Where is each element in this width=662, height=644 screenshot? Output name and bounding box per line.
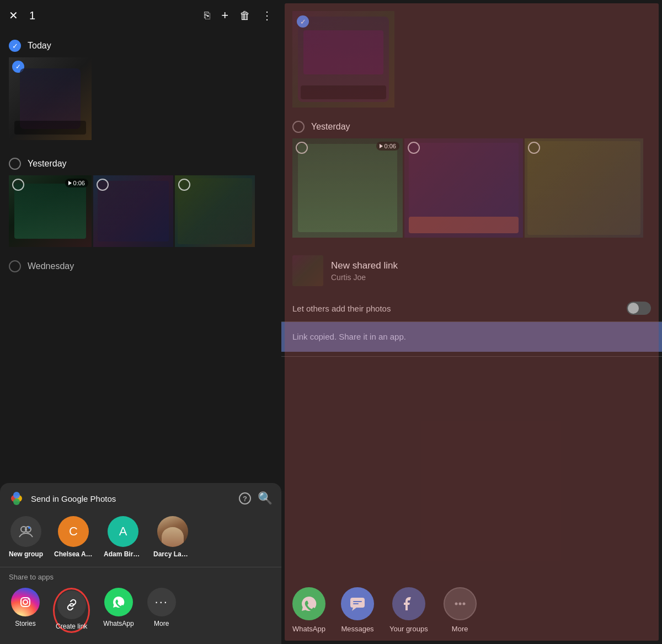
today-checkbox[interactable] <box>9 40 21 52</box>
app-whatsapp-left[interactable]: WhatsApp <box>103 588 134 627</box>
video-duration-text-1: 0:06 <box>73 180 85 186</box>
new-group-label: New group <box>9 550 43 558</box>
yesterday-photo-grid-left: 0:06 <box>9 175 273 247</box>
app-more-left[interactable]: ··· More <box>147 588 176 627</box>
new-group-avatar <box>10 516 41 547</box>
more-label-left: More <box>154 620 169 627</box>
adam-name: Adam Birney <box>104 550 142 558</box>
delete-icon[interactable]: 🗑 <box>239 10 250 21</box>
share-to-apps-label: Share to apps <box>0 567 281 586</box>
wednesday-section: Wednesday <box>0 256 281 278</box>
yesterday-photo-1-left-select[interactable] <box>12 179 24 191</box>
wednesday-checkbox[interactable] <box>9 260 21 272</box>
wednesday-header: Wednesday <box>9 260 273 272</box>
yesterday-header-left: Yesterday <box>9 158 273 170</box>
contacts-row: New group C Chelsea Aleq... A Adam Birne… <box>0 512 281 567</box>
right-panel: ✓ Yesterday 0:06 <box>281 0 662 644</box>
whatsapp-icon-left <box>104 588 133 616</box>
chelsea-name: Chelsea Aleq... <box>54 550 93 558</box>
contact-adam[interactable]: A Adam Birney <box>104 516 142 558</box>
contact-darcy[interactable]: Darcy LaCouv... cu <box>153 516 192 558</box>
left-panel: ✕ 1 ⎘ + 🗑 ⋮ Today Yester <box>0 0 281 644</box>
more-vertical-icon[interactable]: ⋮ <box>261 10 273 21</box>
yesterday-photo-2-left[interactable] <box>93 175 173 247</box>
svg-point-10 <box>28 598 29 599</box>
contact-chelsea[interactable]: C Chelsea Aleq... <box>54 516 93 558</box>
yesterday-checkbox-left[interactable] <box>9 158 21 170</box>
link-thumb <box>292 255 323 286</box>
wednesday-label: Wednesday <box>28 261 74 271</box>
add-photos-toggle[interactable] <box>627 302 651 315</box>
app-create-link[interactable]: Create link <box>53 588 90 633</box>
selection-count: 1 <box>29 9 35 22</box>
yesterday-photo-1-left[interactable]: 0:06 <box>9 175 92 247</box>
whatsapp-label-left: WhatsApp <box>103 620 134 627</box>
top-bar: ✕ 1 ⎘ + 🗑 ⋮ <box>0 0 281 31</box>
svg-point-3 <box>13 498 20 505</box>
google-photos-logo <box>9 491 24 506</box>
today-photo-grid <box>9 57 273 140</box>
today-label: Today <box>28 41 51 51</box>
shared-link-info: New shared link Curtis Joe <box>281 244 662 295</box>
add-icon[interactable]: + <box>221 9 228 22</box>
contact-new-group[interactable]: New group <box>9 516 43 558</box>
chelsea-avatar: C <box>58 516 89 547</box>
close-icon[interactable]: ✕ <box>9 10 18 21</box>
top-bar-left: ✕ 1 <box>9 9 195 22</box>
yesterday-photo-3-left[interactable] <box>175 175 255 247</box>
yesterday-photo-3-left-select[interactable] <box>178 179 190 191</box>
share-sheet-title: Send in Google Photos <box>31 494 232 503</box>
share-search-icon[interactable]: 🔍 <box>258 492 273 505</box>
yesterday-label-left: Yesterday <box>28 159 67 169</box>
share-icon[interactable]: ⎘ <box>204 10 210 20</box>
help-icon[interactable]: ? <box>239 492 251 505</box>
video-duration-badge-1: 0:06 <box>65 179 88 187</box>
today-header: Today <box>9 40 273 52</box>
today-photo-1[interactable] <box>9 57 92 140</box>
darcy-avatar <box>157 516 188 547</box>
stories-label: Stories <box>15 620 35 627</box>
top-bar-right: ⎘ + 🗑 ⋮ <box>204 9 273 22</box>
stories-icon <box>11 588 40 616</box>
yesterday-photo-2-left-select[interactable] <box>97 179 109 191</box>
more-icon-left: ··· <box>147 588 176 616</box>
create-link-label: Create link <box>56 622 87 630</box>
app-stories[interactable]: Stories <box>11 588 40 627</box>
yesterday-section-left: Yesterday 0:06 <box>0 149 281 256</box>
share-sheet-header: Send in Google Photos ? 🔍 <box>0 483 281 512</box>
adam-avatar: A <box>108 516 138 547</box>
share-sheet: Send in Google Photos ? 🔍 New group <box>0 483 281 644</box>
apps-row: Stories Create link <box>0 586 281 644</box>
svg-point-2 <box>13 492 20 498</box>
darcy-name: Darcy LaCouv... cu <box>153 550 192 558</box>
svg-point-9 <box>23 600 28 604</box>
create-link-icon <box>57 591 86 619</box>
today-section: Today <box>0 31 281 149</box>
